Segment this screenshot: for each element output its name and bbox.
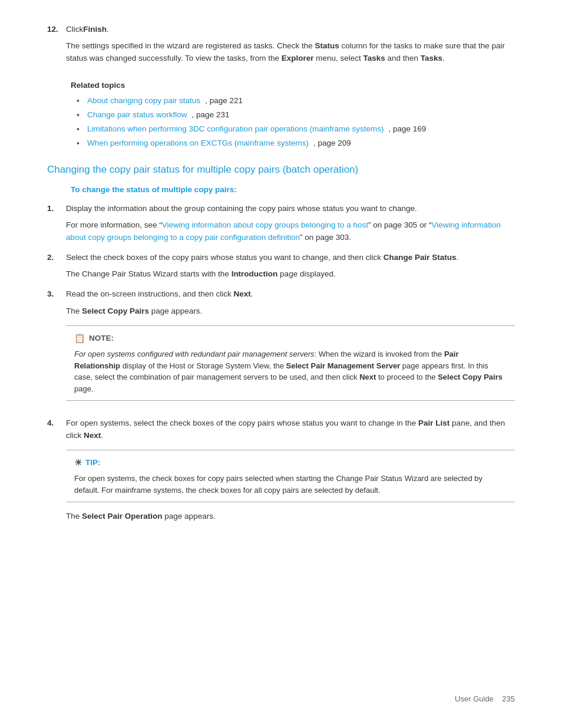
step-3-number: 3. <box>47 288 59 409</box>
step-12-click-pre: Click <box>66 25 83 34</box>
related-topic-link-2[interactable]: Change pair status workflow <box>87 109 187 121</box>
step-3-main: Read the on-screen instructions, and the… <box>66 288 515 300</box>
step-12-number: 12. <box>47 24 59 70</box>
related-topics-list: About changing copy pair status, page 22… <box>71 95 515 150</box>
step-1-link-1[interactable]: Viewing information about copy groups be… <box>162 220 368 229</box>
step-4-after-tip: The Select Pair Operation page appears. <box>66 510 515 522</box>
step-1-main: Display the information about the group … <box>66 203 515 215</box>
step-12-content: ClickFinish. The settings specified in t… <box>66 24 515 70</box>
related-topic-item-3: Limitations when performing 3DC configur… <box>77 123 515 136</box>
tip-icon: ☀ <box>74 456 82 470</box>
tip-text: For open systems, the check boxes for co… <box>74 473 507 496</box>
step-1-block: 1. Display the information about the gro… <box>47 203 515 243</box>
note-icon: 📋 <box>74 332 85 345</box>
related-topic-item-1: About changing copy pair status, page 22… <box>77 95 515 107</box>
step-1-content: Display the information about the group … <box>66 203 515 243</box>
related-topic-item-4: When performing operations on EXCTGs (ma… <box>77 137 515 150</box>
step-12-description: The settings specified in the wizard are… <box>66 40 515 64</box>
footer-page-num: 235 <box>502 694 515 703</box>
related-topic-link-1[interactable]: About changing copy pair status <box>87 95 200 107</box>
step-4-number: 4. <box>47 417 59 522</box>
step-4-content: For open systems, select the check boxes… <box>66 417 515 522</box>
subsection-heading: To change the status of multiple copy pa… <box>71 184 515 196</box>
step-2-sub: The Change Pair Status Wizard starts wit… <box>66 268 515 280</box>
footer-label: User Guide <box>455 694 494 703</box>
step-1-sub: For more information, see “Viewing infor… <box>66 219 515 243</box>
section-heading: Changing the copy pair status for multip… <box>47 163 515 177</box>
step-4-main: For open systems, select the check boxes… <box>66 417 515 442</box>
note-box-step-3: 📋 NOTE: For open systems configured with… <box>66 325 515 401</box>
related-topic-link-4[interactable]: When performing operations on EXCTGs (ma… <box>87 137 309 149</box>
related-topics-title: Related topics <box>71 80 515 91</box>
step-12-finish: Finish <box>83 25 107 34</box>
tip-label: ☀ TIP: <box>74 456 507 470</box>
related-topic-link-3[interactable]: Limitations when performing 3DC configur… <box>87 123 384 135</box>
step-2-number: 2. <box>47 252 59 281</box>
step-2-block: 2. Select the check boxes of the copy pa… <box>47 252 515 281</box>
related-topics-section: Related topics About changing copy pair … <box>71 80 515 150</box>
step-3-block: 3. Read the on-screen instructions, and … <box>47 288 515 409</box>
step-2-content: Select the check boxes of the copy pairs… <box>66 252 515 281</box>
note-label: 📋 NOTE: <box>74 332 507 345</box>
page-footer: User Guide 235 <box>455 693 515 705</box>
tip-box-step-4: ☀ TIP: For open systems, the check boxes… <box>66 450 515 503</box>
step-4-block: 4. For open systems, select the check bo… <box>47 417 515 522</box>
step-2-main: Select the check boxes of the copy pairs… <box>66 252 515 263</box>
step-1-number: 1. <box>47 203 59 243</box>
step-12-block: 12. ClickFinish. The settings specified … <box>47 24 515 70</box>
step-3-content: Read the on-screen instructions, and the… <box>66 288 515 409</box>
step-3-sub: The Select Copy Pairs page appears. <box>66 305 515 317</box>
steps-container: 1. Display the information about the gro… <box>47 203 515 523</box>
note-text: For open systems configured with redunda… <box>74 348 507 394</box>
related-topic-item-2: Change pair status workflow, page 231 <box>77 109 515 121</box>
